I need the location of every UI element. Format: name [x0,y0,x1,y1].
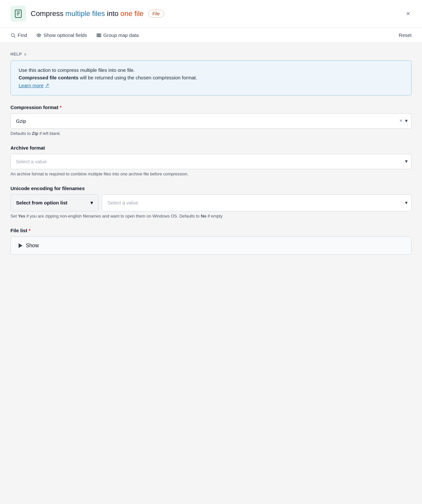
unicode-encoding-label: Unicode encoding for filenames [10,186,412,191]
help-chevron-icon: ∧ [24,52,27,57]
help-section: HELP ∧ Use this action to compress multi… [10,52,412,95]
unicode-hint-suffix: if empty [207,214,223,219]
help-line2-suffix: will be returned using the chosen compre… [78,75,197,80]
archive-format-section: Archive format Select a value ▾ An archi… [10,145,412,176]
unicode-left-option-text: Select from option list [16,200,68,205]
search-icon [10,33,16,38]
help-label: HELP [10,52,22,57]
compression-format-select[interactable]: Gzip [10,113,412,129]
archive-format-label-text: Archive format [10,145,45,151]
unicode-value-icons: ▾ [405,200,408,205]
compression-format-clear-icon[interactable]: × [399,118,402,123]
show-optional-label: Show optional fields [43,32,87,38]
unicode-right-chevron-icon[interactable]: ▾ [405,200,408,205]
svg-rect-0 [15,10,22,17]
file-list-label-text: File list [10,228,27,233]
compression-format-value: Gzip [16,118,26,124]
file-badge: File [148,10,164,18]
unicode-encoding-row: Select from option list ▾ Select a value… [10,194,412,211]
file-list-label: File list * [10,228,412,233]
file-list-box[interactable]: Show [10,236,412,255]
archive-format-chevron-icon[interactable]: ▾ [405,159,408,164]
page-title: Compress multiple files into one file [31,9,144,18]
unicode-hint-mid: if you are zipping non-english filenames… [25,214,201,219]
unicode-option-list-select[interactable]: Select from option list ▾ [10,194,99,211]
help-line2: Compressed file contents will be returne… [19,75,403,80]
svg-point-6 [38,35,39,36]
learn-more-link[interactable]: Learn more ↗ [19,82,49,88]
svg-rect-7 [97,34,98,37]
show-optional-fields-button[interactable]: Show optional fields [36,31,87,39]
title-orange: one file [120,9,144,18]
content: HELP ∧ Use this action to compress multi… [0,43,422,273]
unicode-left: Select from option list ▾ [10,194,99,211]
help-header: HELP ∧ [10,52,412,57]
compression-format-icons: × ▾ [399,118,408,123]
document-icon [14,9,23,18]
group-map-label: Group map data [103,32,139,38]
eye-icon [36,33,41,38]
reset-button[interactable]: Reset [399,32,412,38]
unicode-left-chevron-icon: ▾ [90,200,93,206]
compression-hint-text: Defaults to [10,131,32,136]
header-left: Compress multiple files into one file Fi… [10,6,164,22]
file-list-show-label: Show [26,243,39,249]
compression-format-wrapper: Gzip × ▾ [10,113,412,129]
archive-format-wrapper: Select a value ▾ [10,154,412,169]
svg-rect-8 [98,34,99,37]
unicode-value-wrapper: Select a value ▾ [102,194,412,211]
file-list-required: * [29,228,31,233]
compression-format-required: * [60,105,62,110]
compression-format-section: Compression format * Gzip × ▾ Defaults t… [10,105,412,136]
svg-rect-9 [100,34,101,37]
archive-format-icons: ▾ [405,159,408,164]
unicode-hint-no: No [201,214,206,219]
unicode-hint-yes: Yes [18,214,25,219]
unicode-value-select[interactable]: Select a value [102,194,412,211]
title-mid: into [105,9,120,18]
title-part1: Compress [31,9,65,18]
expand-icon [19,243,23,248]
app-icon [10,6,26,22]
compression-hint-suffix: if left blank. [38,131,61,136]
archive-format-select[interactable]: Select a value [10,154,412,169]
compression-format-label-text: Compression format [10,105,58,110]
archive-format-placeholder: Select a value [16,159,47,164]
find-button[interactable]: Find [10,31,27,39]
compression-format-hint: Defaults to Zip if left blank. [10,131,412,136]
svg-line-5 [14,36,15,38]
svg-point-4 [11,33,14,36]
help-bold: Compressed file contents [19,75,78,80]
compression-hint-bold: Zip [32,131,39,136]
title-blue: multiple files [65,9,105,18]
compression-format-label: Compression format * [10,105,412,110]
unicode-encoding-hint: Set Yes if you are zipping non-english f… [10,214,412,219]
external-link-icon: ↗ [45,82,49,88]
unicode-encoding-section: Unicode encoding for filenames Select fr… [10,186,412,219]
help-line1: Use this action to compress multiple fil… [19,67,403,73]
find-label: Find [18,32,27,38]
compression-format-chevron-icon[interactable]: ▾ [405,118,408,123]
learn-more-text: Learn more [19,83,44,88]
unicode-right: Select a value ▾ [102,194,412,211]
unicode-value-placeholder: Select a value [107,200,138,205]
unicode-encoding-label-text: Unicode encoding for filenames [10,186,85,191]
file-list-section: File list * Show [10,228,412,255]
toolbar: Find Show optional fields Group map data… [0,28,422,43]
close-button[interactable]: × [405,9,412,19]
unicode-hint-prefix: Set [10,214,18,219]
group-map-data-button[interactable]: Group map data [96,31,139,39]
help-box: Use this action to compress multiple fil… [10,60,412,95]
archive-format-label: Archive format [10,145,412,151]
toolbar-left: Find Show optional fields Group map data [10,31,139,39]
group-icon [96,33,102,38]
header: Compress multiple files into one file Fi… [0,0,422,28]
archive-format-hint: An archive format is required to combine… [10,171,412,176]
app-container: Compress multiple files into one file Fi… [0,0,422,504]
